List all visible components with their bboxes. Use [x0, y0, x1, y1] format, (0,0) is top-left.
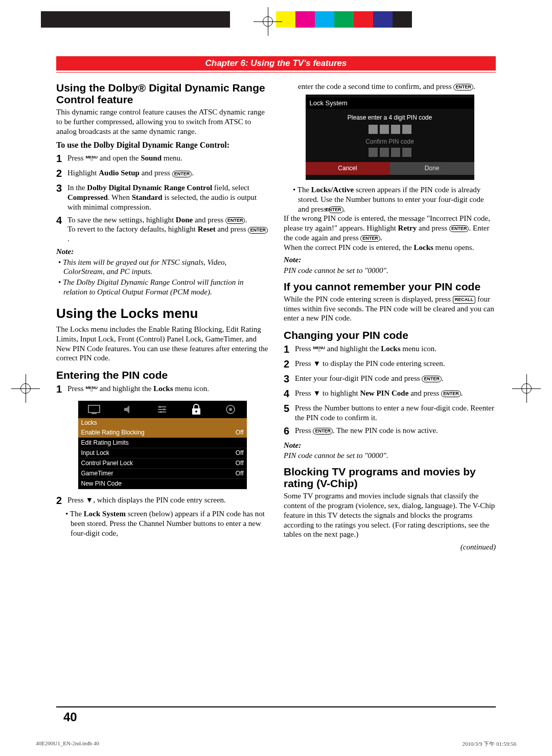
forgot-pin-text: While the PIN code entering screen is di… [284, 294, 496, 323]
enter-button-icon: ENTER [441, 391, 461, 397]
tv-confirm-pin-fields [306, 148, 474, 157]
enter-step-1: 1 Press MENU○ and highlight the Locks me… [56, 383, 268, 396]
enter-bullet-1-cont: enter the code a second time to confirm,… [298, 82, 496, 91]
tv-pin-fields [306, 125, 474, 134]
enter-button-icon: ENTER [360, 235, 380, 242]
tv-locks-title: Locks [78, 418, 247, 428]
change-step-2: 2 Press ▼ to display the PIN code enteri… [284, 358, 496, 371]
tv-locks-row: Input LockOff [78, 448, 247, 459]
change-step-5: 5Press the Number buttons to enter a new… [284, 402, 496, 423]
dolby-note-1: This item will be grayed out for NTSC si… [63, 258, 268, 277]
tv-locks-row: GameTimerOff [78, 469, 247, 479]
svg-rect-0 [88, 405, 100, 413]
enter-button-icon: ENTER [329, 207, 343, 213]
heading-vchip: Blocking TV programs and movies by ratin… [284, 466, 496, 489]
pin-note: PIN code cannot be set to "0000". [284, 266, 496, 276]
registration-mark-right [516, 378, 537, 399]
tv-pin-message: Please enter a 4 digit PIN code [306, 114, 474, 122]
svg-rect-1 [91, 413, 97, 414]
locks-active-bullet: The Locks/Active screen appears if the P… [298, 185, 496, 214]
tv-locks-row: Control Panel LockOff [78, 459, 247, 469]
tv-locks-row: Edit Rating Limits [78, 438, 247, 448]
print-footer: 40E200U1_EN-2nd.indb 40 2010/3/9 下午 01:5… [36, 740, 516, 748]
tv-icon-picture [87, 404, 101, 415]
dolby-intro: This dynamic range control feature cause… [56, 107, 268, 136]
tv-confirm-label: Confirm PIN code [306, 138, 474, 146]
enter-button-icon: ENTER [422, 376, 442, 382]
heading-dolby: Using the Dolby® Digital Dynamic Range C… [56, 82, 268, 105]
note-label: Note: [284, 441, 496, 450]
dolby-step-2: 2 Highlight Audio Setup and press ENTER. [56, 167, 268, 180]
tv-locks-row: Enable Rating BlockingOff [78, 428, 247, 438]
dolby-step-1: 1 Press MENU○ and open the Sound menu. [56, 152, 268, 165]
svg-point-8 [160, 411, 162, 413]
heading-forgot-pin: If you cannot remember your PIN code [284, 281, 496, 292]
note-label: Note: [56, 247, 268, 257]
registration-mark-left [15, 378, 36, 399]
tv-icon-locks [189, 404, 203, 415]
svg-marker-2 [124, 405, 129, 414]
tv-lock-system-title: Lock System [306, 98, 474, 109]
enter-bullet-1: The Lock System screen (below) appears i… [71, 509, 268, 538]
tv-icon-settings [155, 404, 169, 415]
enter-button-icon: ENTER [449, 225, 469, 232]
svg-point-7 [163, 408, 165, 410]
left-column: Using the Dolby® Digital Dynamic Range C… [56, 82, 268, 552]
change-step-4: 4 Press ▼ to highlight New PIN Code and … [284, 387, 496, 400]
tv-screenshot-locks-menu: Locks Enable Rating BlockingOffEdit Rati… [78, 401, 247, 489]
enter-button-icon: ENTER [248, 227, 268, 234]
page-rule [56, 706, 496, 707]
footer-timestamp: 2010/3/9 下午 01:59:56 [462, 740, 516, 748]
heading-change-pin: Changing your PIN code [284, 329, 496, 341]
menu-button-icon: MENU○ [85, 386, 98, 393]
footer-filename: 40E200U1_EN-2nd.indb 40 [36, 740, 99, 748]
registration-mark-top [258, 11, 278, 32]
tv-cancel-button: Cancel [306, 162, 390, 175]
chapter-header: Chapter 6: Using the TV's features [56, 56, 496, 71]
svg-point-6 [159, 406, 161, 408]
wrong-pin-text: If the wrong PIN code is entered, the me… [284, 214, 496, 242]
tv-screenshot-lock-system: Lock System Please enter a 4 digit PIN c… [306, 95, 474, 180]
change-step-3: 3 Enter your four-digit PIN code and pre… [284, 373, 496, 385]
correct-pin-text: When the correct PIN code is entered, th… [284, 243, 496, 253]
svg-point-10 [195, 410, 197, 413]
enter-button-icon: ENTER [453, 84, 473, 90]
dolby-note-2: The Dolby Digital Dynamic Range Control … [63, 278, 268, 297]
enter-step-2: 2 Press ▼, which displays the PIN code e… [56, 494, 268, 507]
enter-button-icon: ENTER [225, 217, 245, 224]
dolby-step-3: 3 In the Dolby Digital Dynamic Range Con… [56, 182, 268, 212]
chapter-header-rule [56, 72, 496, 73]
menu-button-icon: MENU○ [85, 156, 98, 162]
tv-done-button: Done [390, 162, 474, 175]
heading-locks: Using the Locks menu [56, 305, 268, 322]
dolby-step-4: 4 To save the new settings, highlight Do… [56, 214, 268, 244]
change-step-1: 1 Press MENU○ and highlight the Locks me… [284, 343, 496, 356]
enter-button-icon: ENTER [172, 171, 192, 177]
tv-icon-setup [223, 404, 238, 415]
vchip-body: Some TV programs and movies include sign… [284, 491, 496, 539]
tv-locks-row: New PIN Code [78, 479, 247, 489]
dolby-subheading: To use the Dolby Digital Dynamic Range C… [56, 140, 268, 150]
tv-icon-sound [121, 404, 135, 415]
svg-point-12 [229, 408, 232, 411]
continued-marker: (continued) [284, 542, 496, 552]
change-step-6: 6 Press ENTER. The new PIN code is now a… [284, 425, 496, 438]
menu-button-icon: MENU○ [313, 347, 325, 353]
heading-enter-pin: Entering the PIN code [56, 369, 268, 381]
locks-intro: The Locks menu includes the Enable Ratin… [56, 325, 268, 363]
note-label: Note: [284, 255, 496, 265]
right-column: enter the code a second time to confirm,… [284, 82, 496, 552]
enter-button-icon: ENTER [313, 428, 333, 434]
pin-note-2: PIN code cannot be set to "0000". [284, 451, 496, 461]
page-number: 40 [63, 710, 77, 724]
recall-button-icon: RECALL [453, 296, 476, 304]
